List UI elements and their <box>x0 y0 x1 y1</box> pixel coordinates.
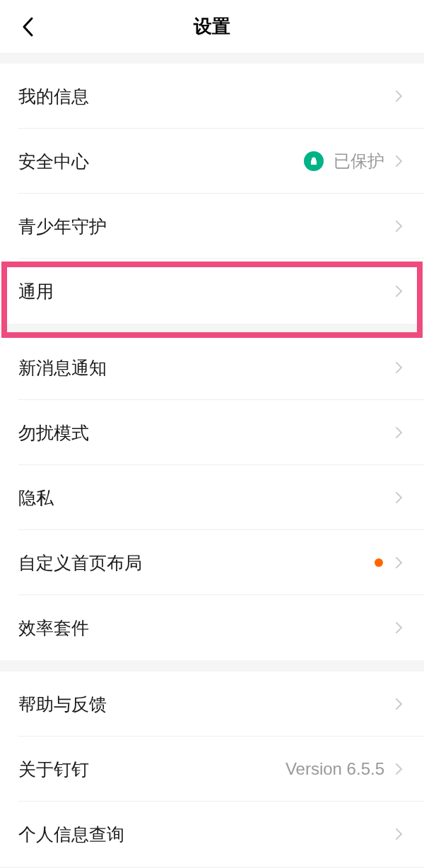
settings-section-1: 我的信息 安全中心 已保护 青少年守护 通用 <box>0 64 424 324</box>
row-value: 已保护 <box>334 150 384 172</box>
section-gap <box>0 660 424 671</box>
header: 设置 <box>0 0 424 54</box>
row-do-not-disturb[interactable]: 勿扰模式 <box>0 400 424 465</box>
row-youth-protection[interactable]: 青少年守护 <box>0 194 424 259</box>
notification-dot-icon <box>375 558 383 567</box>
row-label: 我的信息 <box>18 85 393 108</box>
section-gap <box>0 324 424 335</box>
row-label: 自定义首页布局 <box>18 551 375 575</box>
row-general[interactable]: 通用 <box>0 259 424 324</box>
row-label: 通用 <box>18 280 393 303</box>
lock-icon <box>304 151 324 171</box>
row-custom-homepage-layout[interactable]: 自定义首页布局 <box>0 530 424 595</box>
row-label: 隐私 <box>18 486 393 510</box>
row-label: 新消息通知 <box>18 356 393 380</box>
row-value: Version 6.5.5 <box>285 759 384 779</box>
chevron-right-icon <box>393 556 406 569</box>
row-my-info[interactable]: 我的信息 <box>0 64 424 129</box>
chevron-right-icon <box>393 828 406 840</box>
row-about[interactable]: 关于钉钉 Version 6.5.5 <box>0 737 424 802</box>
row-new-message-notifications[interactable]: 新消息通知 <box>0 335 424 400</box>
row-security-center[interactable]: 安全中心 已保护 <box>0 129 424 194</box>
row-help-feedback[interactable]: 帮助与反馈 <box>0 671 424 737</box>
chevron-right-icon <box>393 426 406 439</box>
chevron-right-icon <box>393 698 406 710</box>
settings-section-3: 帮助与反馈 关于钉钉 Version 6.5.5 个人信息查询 <box>0 671 424 867</box>
chevron-right-icon <box>393 220 406 233</box>
chevron-right-icon <box>393 155 406 168</box>
row-label: 青少年守护 <box>18 215 393 238</box>
row-label: 帮助与反馈 <box>18 693 393 716</box>
row-personal-info-query[interactable]: 个人信息查询 <box>0 802 424 867</box>
back-button[interactable] <box>14 13 42 41</box>
section-gap <box>0 54 424 64</box>
chevron-right-icon <box>393 361 406 374</box>
row-label: 勿扰模式 <box>18 421 393 445</box>
row-label: 个人信息查询 <box>18 823 393 846</box>
chevron-right-icon <box>393 763 406 775</box>
chevron-right-icon <box>393 285 406 298</box>
row-privacy[interactable]: 隐私 <box>0 465 424 530</box>
chevron-right-icon <box>393 621 406 634</box>
row-efficiency-suite[interactable]: 效率套件 <box>0 595 424 660</box>
row-label: 效率套件 <box>18 616 393 640</box>
row-label: 关于钉钉 <box>18 758 285 781</box>
back-icon <box>21 16 35 37</box>
settings-section-2: 新消息通知 勿扰模式 隐私 自定义首页布局 效率套件 <box>0 335 424 660</box>
chevron-right-icon <box>393 90 406 102</box>
chevron-right-icon <box>393 491 406 504</box>
page-title: 设置 <box>0 14 424 39</box>
row-label: 安全中心 <box>18 150 304 173</box>
